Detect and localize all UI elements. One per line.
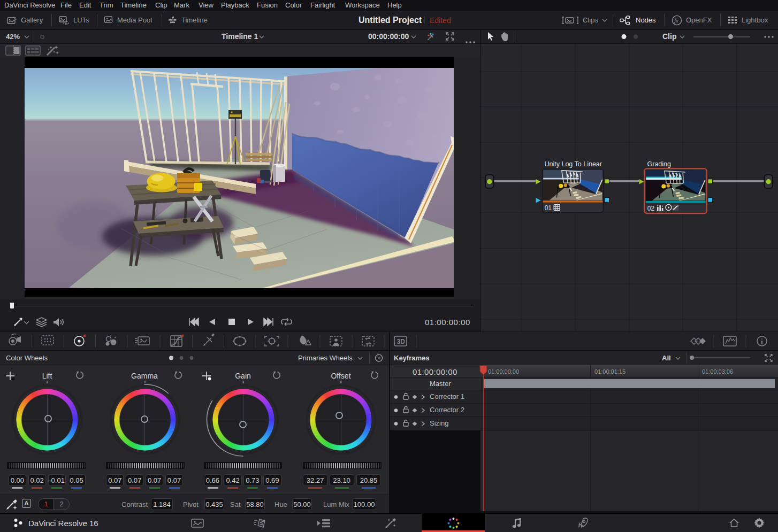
- svg-text:Grading: Grading: [647, 160, 672, 168]
- svg-text:fx: fx: [674, 17, 678, 24]
- svg-text:Unity Log To Linear: Unity Log To Linear: [545, 160, 602, 168]
- svg-text:02: 02: [647, 205, 655, 212]
- svg-text:3D: 3D: [397, 338, 406, 345]
- svg-text:01: 01: [545, 204, 552, 212]
